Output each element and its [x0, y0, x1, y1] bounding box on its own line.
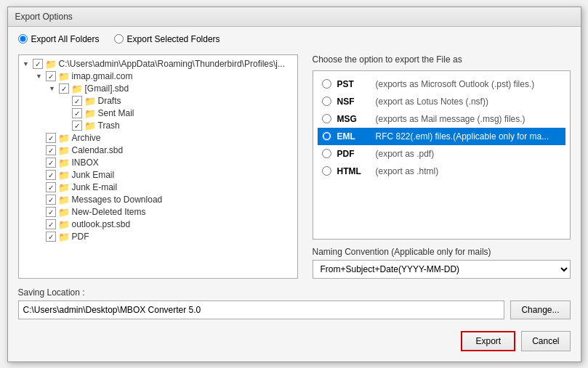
- option-eml[interactable]: EML RFC 822(.eml) files.(Applicable only…: [318, 128, 565, 145]
- export-selected-radio[interactable]: [114, 34, 124, 44]
- export-selected-label[interactable]: Export Selected Folders: [114, 34, 220, 44]
- junk-email-item[interactable]: 📁 Junk Email: [35, 169, 294, 181]
- drafts-folder-icon: 📁: [84, 96, 96, 107]
- junk-e-mail-item[interactable]: 📁 Junk E-mail: [35, 181, 294, 194]
- pst-name: PST: [337, 79, 370, 89]
- deleted-checkbox[interactable]: [46, 207, 56, 217]
- tree-root-item[interactable]: ▼ 📁 C:\Users\admin\AppData\Roaming\Thund…: [22, 58, 294, 70]
- gmail-expander-icon: ▼: [35, 72, 44, 81]
- sentmail-item[interactable]: 📁 Sent Mail: [61, 107, 294, 120]
- calendar-expander: [35, 146, 44, 155]
- calendar-folder-icon: 📁: [58, 145, 70, 156]
- naming-select[interactable]: From+Subject+Date(YYYY-MM-DD) Subject+Da…: [313, 260, 571, 279]
- inbox-item[interactable]: 📁 INBOX: [35, 157, 294, 169]
- pdf-radio[interactable]: [322, 149, 331, 158]
- pdf-desc: (export as .pdf): [376, 149, 435, 159]
- messages-label: Messages to Download: [72, 195, 163, 205]
- export-all-label[interactable]: Export All Folders: [18, 34, 100, 44]
- folder-tree-container[interactable]: ▼ 📁 C:\Users\admin\AppData\Roaming\Thund…: [18, 54, 298, 279]
- bottom-row: Export Cancel: [18, 325, 571, 354]
- root-folder-icon: 📁: [45, 59, 57, 70]
- archive-item[interactable]: 📁 Archive: [35, 132, 294, 144]
- naming-section: Naming Convention (Applicable only for m…: [313, 247, 571, 279]
- export-dialog: Export Options Export All Folders Export…: [7, 7, 581, 362]
- sentmail-expander: [61, 109, 70, 118]
- junk-e-mail-folder-icon: 📁: [58, 182, 70, 193]
- sentmail-checkbox[interactable]: [72, 108, 82, 118]
- folder-tree-panel: ▼ 📁 C:\Users\admin\AppData\Roaming\Thund…: [18, 54, 298, 279]
- drafts-checkbox[interactable]: [72, 96, 82, 106]
- calendar-item[interactable]: 📁 Calendar.sbd: [35, 144, 294, 157]
- root-checkbox[interactable]: [33, 59, 43, 69]
- right-panel-title: Choose the option to export the File as: [313, 54, 571, 65]
- inbox-expander: [35, 158, 44, 167]
- junk-e-mail-expander: [35, 183, 44, 192]
- outlook-folder-icon: 📁: [58, 219, 70, 230]
- option-pst[interactable]: PST (exports as Microsoft Outlook (.pst)…: [318, 75, 565, 93]
- pst-radio[interactable]: [322, 79, 331, 89]
- msg-name: MSG: [337, 114, 370, 124]
- junk-e-mail-label: Junk E-mail: [72, 182, 118, 192]
- gmail-checkbox[interactable]: [46, 71, 56, 81]
- drafts-label: Drafts: [98, 96, 121, 106]
- option-nsf[interactable]: NSF (export as Lotus Notes (.nsf)): [318, 93, 565, 110]
- trash-label: Trash: [98, 120, 120, 131]
- archive-expander: [35, 134, 44, 142]
- sentmail-folder-icon: 📁: [84, 108, 96, 119]
- export-button[interactable]: Export: [461, 331, 515, 351]
- outlook-checkbox[interactable]: [46, 219, 56, 229]
- trash-item[interactable]: 📁 Trash: [61, 120, 294, 132]
- gmail-item[interactable]: ▼ 📁 imap.gmail.com: [35, 70, 294, 83]
- archive-checkbox[interactable]: [46, 133, 56, 143]
- inbox-checkbox[interactable]: [46, 158, 56, 168]
- outlook-item[interactable]: 📁 outlook.pst.sbd: [35, 218, 294, 231]
- messages-checkbox[interactable]: [46, 195, 56, 205]
- html-radio[interactable]: [322, 166, 331, 176]
- option-msg[interactable]: MSG (exports as Mail message (.msg) file…: [318, 110, 565, 128]
- file-options-list: PST (exports as Microsoft Outlook (.pst)…: [313, 70, 571, 240]
- html-name: HTML: [337, 166, 370, 176]
- nsf-radio[interactable]: [322, 97, 331, 106]
- pdf-folder-item[interactable]: 📁 PDF: [35, 231, 294, 243]
- trash-expander: [61, 121, 70, 130]
- export-mode-row: Export All Folders Export Selected Folde…: [18, 34, 571, 44]
- option-html[interactable]: HTML (export as .html): [318, 163, 565, 180]
- deleted-folder-icon: 📁: [58, 207, 70, 218]
- pdf-folder-label: PDF: [72, 232, 89, 242]
- gmail-sbd-checkbox[interactable]: [59, 83, 69, 94]
- title-bar: Export Options: [8, 7, 581, 27]
- root-expander-icon: ▼: [22, 60, 31, 68]
- trash-folder-icon: 📁: [84, 120, 96, 131]
- junk-email-checkbox[interactable]: [46, 170, 56, 180]
- gmail-sbd-children: 📁 Drafts 📁 Sent Mail: [48, 95, 294, 132]
- drafts-item[interactable]: 📁 Drafts: [61, 95, 294, 107]
- junk-email-expander: [35, 171, 44, 179]
- cancel-button[interactable]: Cancel: [521, 331, 570, 351]
- change-button[interactable]: Change...: [510, 300, 570, 319]
- gmail-sbd-item[interactable]: ▼ 📁 [Gmail].sbd: [48, 83, 294, 95]
- root-children: ▼ 📁 imap.gmail.com ▼ 📁 [Gmail].sbd: [22, 70, 294, 243]
- option-pdf[interactable]: PDF (export as .pdf): [318, 145, 565, 163]
- junk-e-mail-checkbox[interactable]: [46, 182, 56, 192]
- html-desc: (export as .html): [376, 166, 439, 176]
- deleted-item[interactable]: 📁 New-Deleted Items: [35, 206, 294, 218]
- trash-checkbox[interactable]: [72, 120, 82, 131]
- messages-folder-icon: 📁: [58, 195, 70, 205]
- messages-item[interactable]: 📁 Messages to Download: [35, 194, 294, 206]
- calendar-checkbox[interactable]: [46, 145, 56, 155]
- eml-radio[interactable]: [322, 131, 331, 141]
- pdf-folder-checkbox[interactable]: [46, 232, 56, 242]
- gmail-folder-icon: 📁: [58, 71, 70, 82]
- archive-folder-icon: 📁: [58, 133, 70, 144]
- msg-desc: (exports as Mail message (.msg) files.): [376, 114, 525, 124]
- messages-expander: [35, 195, 44, 204]
- drafts-expander: [61, 97, 70, 105]
- saving-path-input[interactable]: C:\Users\admin\Desktop\MBOX Converter 5.…: [18, 300, 505, 319]
- msg-radio[interactable]: [322, 114, 331, 123]
- export-all-text: Export All Folders: [31, 34, 100, 44]
- root-label: C:\Users\admin\AppData\Roaming\Thunderbi…: [59, 59, 285, 69]
- dialog-content: Export All Folders Export Selected Folde…: [8, 27, 581, 361]
- export-all-radio[interactable]: [18, 34, 28, 44]
- export-selected-text: Export Selected Folders: [127, 34, 220, 44]
- saving-section: Saving Location : C:\Users\admin\Desktop…: [18, 287, 571, 319]
